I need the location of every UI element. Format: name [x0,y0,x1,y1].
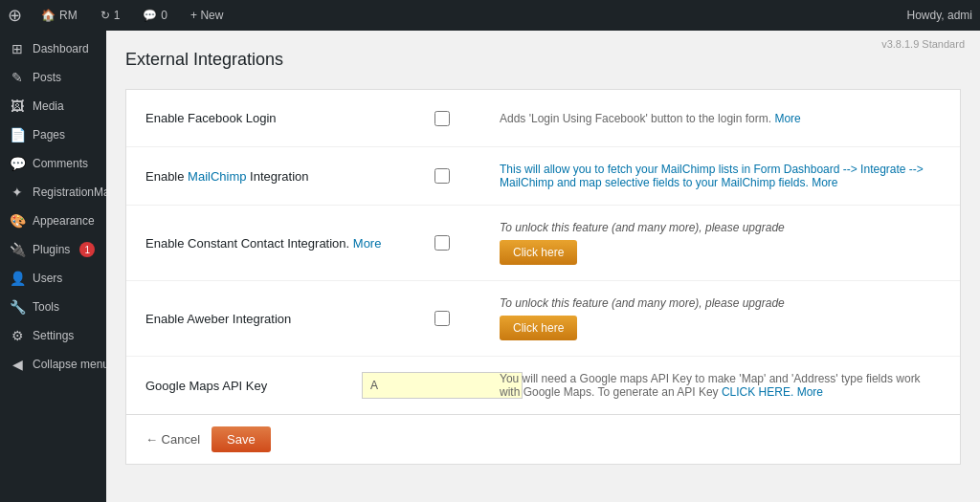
facebook-description: Adds 'Login Using Facebook' button to th… [471,112,941,125]
comments-nav-icon: 💬 [10,156,25,171]
sidebar-item-tools[interactable]: 🔧 Tools [0,293,106,321]
googlemaps-control [413,372,471,399]
aweber-control [413,311,471,326]
site-name: RM [59,9,78,22]
sidebar-label-registrationmagic: RegistrationMagic [33,186,106,199]
settings-icon: ⚙ [10,328,25,343]
cancel-link[interactable]: ← Cancel [145,432,200,447]
sidebar-label-posts: Posts [33,71,61,84]
form-footer: ← Cancel Save [125,415,961,465]
sidebar-item-comments[interactable]: 💬 Comments [0,149,106,178]
sidebar-label-tools: Tools [33,300,59,314]
sidebar-label-media: Media [33,99,64,113]
sidebar-item-users[interactable]: 👤 Users [0,264,106,293]
constant-contact-label: Enable Constant Contact Integration. Mor… [145,236,413,251]
aweber-description: To unlock this feature (and many more), … [471,296,941,340]
constant-contact-description: To unlock this feature (and many more), … [471,221,941,265]
sidebar-label-appearance: Appearance [33,214,95,228]
aweber-upgrade-btn[interactable]: Click here [500,316,577,340]
constant-contact-row: Enable Constant Contact Integration. Mor… [126,206,960,281]
constant-contact-more-link[interactable]: More [353,236,382,251]
topbar-site[interactable]: 🏠 RM [33,0,85,31]
facebook-more-link[interactable]: More [774,112,800,125]
googlemaps-description: You will need a Google maps API Key to m… [471,372,941,399]
sidebar-item-posts[interactable]: ✎ Posts [0,63,106,92]
mailchimp-row: Enable MailChimp Integration This will a… [126,147,960,206]
media-icon: 🖼 [10,98,25,114]
sidebar-item-media[interactable]: 🖼 Media [0,92,106,120]
constant-contact-upgrade-btn[interactable]: Click here [500,240,577,265]
posts-icon: ✎ [10,70,25,85]
aweber-checkbox[interactable] [434,311,450,326]
facebook-checkbox[interactable] [434,111,450,126]
sidebar-label-comments: Comments [33,157,88,170]
sidebar-collapse[interactable]: ◀ Collapse menu [0,350,106,379]
aweber-label: Enable Aweber Integration [145,312,413,326]
appearance-icon: 🎨 [10,213,25,229]
wp-logo-icon[interactable]: ⊕ [8,5,22,26]
dashboard-icon: ⊞ [10,41,25,56]
aweber-row: Enable Aweber Integration To unlock this… [126,281,960,357]
main-content: v3.8.1.9 Standard External Integrations … [106,31,980,502]
mailchimp-link[interactable]: MailChimp [188,169,246,184]
save-button[interactable]: Save [212,426,271,452]
sidebar-item-pages[interactable]: 📄 Pages [0,120,106,149]
sidebar-item-registrationmagic[interactable]: ✦ RegistrationMagic [0,178,106,207]
registrationmagic-icon: ✦ [10,185,25,200]
aweber-upgrade: To unlock this feature (and many more), … [500,296,941,340]
sidebar: ⊞ Dashboard ✎ Posts 🖼 Media 📄 Pages 💬 Co… [0,31,106,502]
topbar-new[interactable]: + New [183,0,231,31]
comments-count: 0 [161,9,167,22]
plugins-badge: 1 [79,242,95,257]
version-tag: v3.8.1.9 Standard [881,38,965,50]
collapse-icon: ◀ [10,357,25,372]
sidebar-item-plugins[interactable]: 🔌 Plugins 1 [0,235,106,264]
comments-icon: 💬 [143,9,157,22]
page-title: External Integrations [125,50,961,70]
sidebar-item-appearance[interactable]: 🎨 Appearance [0,207,106,235]
updates-icon: ↻ [100,9,110,22]
plugins-icon: 🔌 [10,242,25,257]
constant-contact-checkbox[interactable] [434,235,450,251]
sidebar-item-dashboard[interactable]: ⊞ Dashboard [0,34,106,63]
topbar: ⊕ 🏠 RM ↻ 1 💬 0 + New Howdy, admi [0,0,980,31]
sidebar-label-settings: Settings [33,329,74,342]
sidebar-label-dashboard: Dashboard [33,42,89,55]
mailchimp-description: This will allow you to fetch your MailCh… [471,163,941,189]
mailchimp-control [413,168,471,184]
topbar-updates[interactable]: ↻ 1 [93,0,128,31]
sidebar-label-pages: Pages [33,128,65,142]
sidebar-collapse-label: Collapse menu [33,358,106,371]
googlemaps-row: Google Maps API Key You will need a Goog… [126,357,960,414]
facebook-row: Enable Facebook Login Adds 'Login Using … [126,90,960,147]
settings-table: Enable Facebook Login Adds 'Login Using … [125,89,961,415]
pages-icon: 📄 [10,127,25,142]
mailchimp-checkbox[interactable] [434,168,450,184]
mailchimp-more-link[interactable]: More [812,176,837,189]
mailchimp-label: Enable MailChimp Integration [145,169,413,184]
googlemaps-click-here-link[interactable]: CLICK HERE. [722,385,793,399]
sidebar-item-settings[interactable]: ⚙ Settings [0,321,106,350]
site-icon: 🏠 [41,9,56,22]
tools-icon: 🔧 [10,299,25,315]
sidebar-label-plugins: Plugins [33,243,70,256]
googlemaps-more-link[interactable]: More [797,385,823,399]
updates-count: 1 [114,9,121,22]
constant-contact-control [413,235,471,251]
facebook-label: Enable Facebook Login [145,111,413,125]
constant-contact-upgrade: To unlock this feature (and many more), … [500,221,941,265]
topbar-comments[interactable]: 💬 0 [135,0,175,31]
new-label: + New [190,9,223,22]
sidebar-label-users: Users [33,272,62,285]
users-icon: 👤 [10,271,25,286]
topbar-howdy: Howdy, admi [907,9,972,22]
facebook-control [413,111,471,126]
